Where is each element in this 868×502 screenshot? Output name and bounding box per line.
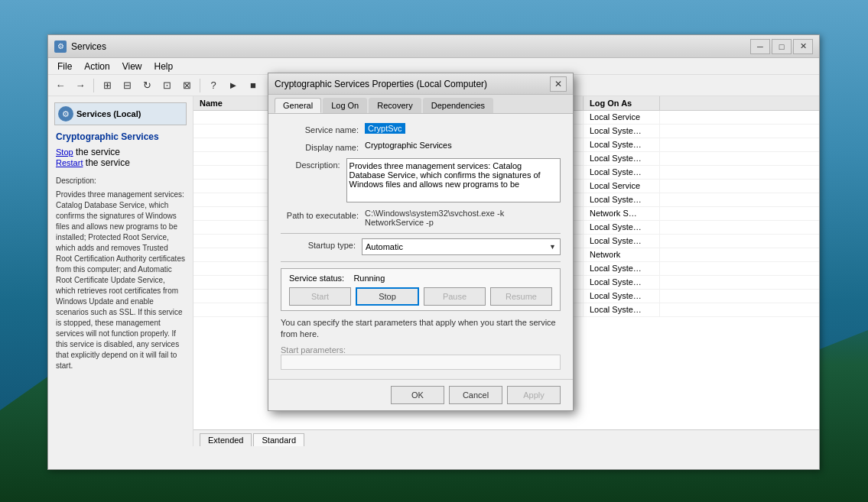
startup-select[interactable]: Automatic Automatic (Delayed Start) Manu… bbox=[362, 238, 561, 255]
properties-dialog: Cryptographic Services Properties (Local… bbox=[268, 73, 574, 411]
display-name-row: Display name: Cryptographic Services bbox=[281, 141, 561, 152]
hint-text: You can specify the start parameters tha… bbox=[281, 317, 561, 341]
startup-select-wrapper: Automatic Automatic (Delayed Start) Manu… bbox=[362, 238, 561, 255]
params-label: Start parameters: bbox=[281, 345, 561, 355]
path-label: Path to executable: bbox=[281, 209, 365, 220]
dialog-tab-general[interactable]: General bbox=[275, 98, 321, 113]
dialog-footer: OK Cancel Apply bbox=[268, 379, 573, 410]
cancel-button[interactable]: Cancel bbox=[449, 386, 502, 404]
apply-button[interactable]: Apply bbox=[507, 386, 561, 404]
stop-button[interactable]: Stop bbox=[356, 287, 419, 306]
startup-label: Startup type: bbox=[281, 238, 362, 250]
display-name-value: Cryptographic Services bbox=[365, 141, 561, 150]
description-textarea[interactable]: Provides three management services: Cata… bbox=[346, 158, 561, 202]
display-name-label: Display name: bbox=[281, 141, 365, 152]
service-name-row: Service name: CryptSvc bbox=[281, 123, 561, 134]
description-label: Description: bbox=[281, 158, 346, 170]
dialog-tab-dependencies[interactable]: Dependencies bbox=[423, 98, 493, 113]
service-status-value: Running bbox=[353, 274, 385, 283]
dialog-tab-logon[interactable]: Log On bbox=[323, 98, 367, 113]
ok-button[interactable]: OK bbox=[391, 386, 444, 404]
resume-button[interactable]: Resume bbox=[490, 287, 552, 306]
status-section: Service status: Running Start Stop Pause… bbox=[281, 268, 561, 311]
dialog-close-button[interactable]: ✕ bbox=[550, 76, 567, 92]
service-name-value: CryptSvc bbox=[365, 123, 405, 134]
dialog-title: Cryptographic Services Properties (Local… bbox=[275, 79, 487, 89]
divider1 bbox=[281, 233, 561, 234]
dialog-overlay: Cryptographic Services Properties (Local… bbox=[0, 0, 868, 502]
dialog-content: Service name: CryptSvc Display name: Cry… bbox=[268, 114, 573, 379]
pause-button[interactable]: Pause bbox=[424, 287, 486, 306]
service-status-label: Service status: bbox=[289, 274, 344, 283]
description-row: Description: Provides three management s… bbox=[281, 158, 561, 202]
start-button[interactable]: Start bbox=[289, 287, 351, 306]
dialog-titlebar: Cryptographic Services Properties (Local… bbox=[268, 73, 573, 95]
service-control-buttons: Start Stop Pause Resume bbox=[289, 287, 552, 306]
params-input[interactable] bbox=[281, 355, 561, 370]
dialog-tab-recovery[interactable]: Recovery bbox=[369, 98, 421, 113]
divider2 bbox=[281, 261, 561, 262]
dialog-tabs: General Log On Recovery Dependencies bbox=[268, 95, 573, 114]
status-label-row: Service status: Running bbox=[289, 274, 552, 283]
startup-row: Startup type: Automatic Automatic (Delay… bbox=[281, 238, 561, 255]
path-row: Path to executable: C:\Windows\system32\… bbox=[281, 209, 561, 227]
path-value: C:\Windows\system32\svchost.exe -k Netwo… bbox=[365, 209, 561, 227]
service-name-label: Service name: bbox=[281, 123, 365, 134]
